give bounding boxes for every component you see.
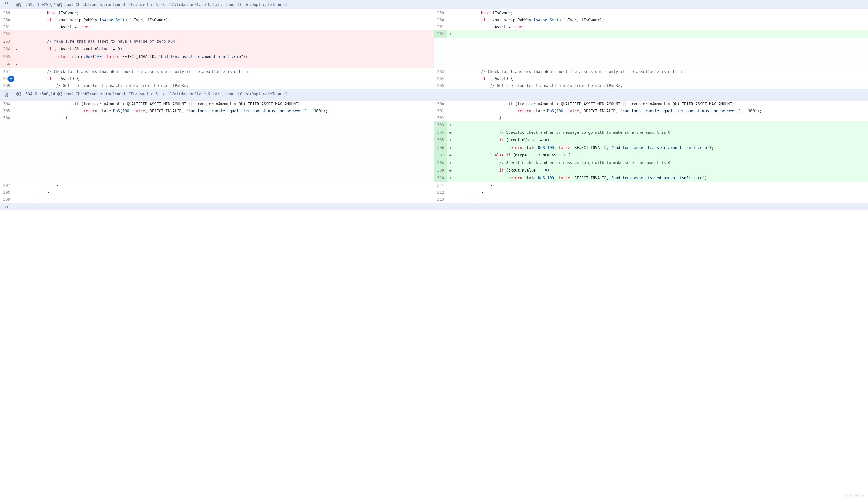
line-number-right[interactable]: 313	[434, 196, 447, 203]
line-number-right[interactable]: 263	[434, 68, 447, 75]
code-line[interactable]: }	[20, 189, 434, 196]
code-line[interactable]: if (isAsset && txout.nValue != 0)	[20, 46, 434, 53]
diff-marker	[447, 68, 454, 75]
line-number-right[interactable]: 259	[434, 10, 447, 17]
hunk-header: @@ -304,6 +300,14 @@ bool CheckTransacti…	[13, 89, 868, 101]
diff-marker: +	[447, 129, 454, 137]
code-line[interactable]: return state.DoS(100, false, REJECT_INVA…	[454, 144, 868, 152]
line-number-left[interactable]: 262	[0, 30, 13, 38]
code-line[interactable]: }	[454, 182, 868, 189]
diff-marker	[447, 114, 454, 121]
code-line[interactable]: isAsset = true;	[454, 23, 868, 30]
line-number-right[interactable]: 300	[434, 101, 447, 108]
code-line[interactable]: }	[454, 196, 868, 203]
diff-marker: -	[13, 46, 20, 53]
line-number-right[interactable]: 311	[434, 182, 447, 189]
diff-marker	[447, 82, 454, 89]
code-line[interactable]: if (txout.nValue != 0)	[454, 137, 868, 144]
diff-marker	[447, 23, 454, 30]
line-number-right[interactable]: 306	[434, 144, 447, 152]
code-line[interactable]: }	[20, 196, 434, 203]
line-number-right[interactable]: 307	[434, 152, 447, 159]
expand-hunk-icon[interactable]	[0, 89, 13, 101]
code-line[interactable]: if (txout.scriptPubKey.IsAssetScript(nTy…	[454, 17, 868, 23]
code-line[interactable]: if (transfer.nAmount < QUALIFIER_ASSET_M…	[20, 101, 434, 108]
diff-marker	[13, 23, 20, 30]
code-line[interactable]	[20, 61, 434, 68]
line-number-left[interactable]: 305	[0, 108, 13, 114]
diff-marker	[13, 101, 20, 108]
line-number-right[interactable]: 308	[434, 159, 447, 167]
line-number-right[interactable]: 301	[434, 108, 447, 114]
line-number-empty	[434, 46, 447, 53]
code-line[interactable]: isAsset = true;	[20, 23, 434, 30]
diff-marker: -	[13, 30, 20, 38]
line-number-right[interactable]: 302	[434, 114, 447, 121]
code-line[interactable]: bool fIsOwner;	[454, 10, 868, 17]
code-line[interactable]: return state.DoS(100, false, REJECT_INVA…	[454, 108, 868, 114]
diff-marker: +	[447, 174, 454, 182]
line-number-left[interactable]: 260	[0, 17, 13, 23]
code-line[interactable]: if (txout.scriptPubKey.IsAssetScript(nTy…	[20, 17, 434, 23]
line-number-left[interactable]: 263	[0, 38, 13, 46]
line-number-right[interactable]: 303	[434, 121, 447, 129]
line-number-left[interactable]: 264	[0, 46, 13, 53]
diff-marker	[447, 101, 454, 108]
code-line[interactable]: if (transfer.nAmount < QUALIFIER_ASSET_M…	[454, 101, 868, 108]
line-number-left[interactable]: 304	[0, 101, 13, 108]
code-line[interactable]: } else if (nType == TX_NEW_ASSET) {	[454, 152, 868, 159]
line-number-right[interactable]: 309	[434, 167, 447, 174]
line-number-left[interactable]: 308	[0, 189, 13, 196]
line-number-left[interactable]: 265	[0, 53, 13, 61]
expand-hunk-icon[interactable]	[0, 0, 13, 10]
code-line[interactable]: // Specific check and error message to g…	[454, 129, 868, 137]
code-line[interactable]: if (isAsset) {	[20, 75, 434, 82]
line-number-right[interactable]: 260	[434, 17, 447, 23]
line-number-right[interactable]: 304	[434, 129, 447, 137]
code-line[interactable]: bool fIsOwner;	[20, 10, 434, 17]
line-number-right[interactable]: 262	[434, 30, 447, 38]
code-line[interactable]: return state.DoS(100, false, REJECT_INVA…	[20, 53, 434, 61]
add-comment-button[interactable]	[8, 76, 14, 82]
diff-marker	[447, 17, 454, 23]
code-line[interactable]	[454, 30, 868, 38]
code-line[interactable]: }	[454, 189, 868, 196]
code-line[interactable]: if (isAsset) {	[454, 75, 868, 82]
line-number-left[interactable]: 269	[0, 82, 13, 89]
line-number-right[interactable]: 261	[434, 23, 447, 30]
diff-marker: +	[447, 159, 454, 167]
code-line[interactable]: // Specific check and error message to g…	[454, 159, 868, 167]
diff-marker: +	[447, 152, 454, 159]
code-line[interactable]: return state.DoS(100, false, REJECT_INVA…	[454, 174, 868, 182]
line-number-right[interactable]: 305	[434, 137, 447, 144]
diff-marker	[447, 108, 454, 114]
code-line[interactable]: // Make sure that all asset tx have a nV…	[20, 38, 434, 46]
line-number-left[interactable]: 266	[0, 61, 13, 68]
line-number-right[interactable]: 312	[434, 189, 447, 196]
code-line[interactable]: }	[20, 182, 434, 189]
diff-marker	[447, 10, 454, 17]
code-line[interactable]: }	[454, 114, 868, 121]
line-number-empty	[0, 129, 13, 137]
line-number-left[interactable]: 268	[0, 75, 13, 82]
line-number-right[interactable]: 310	[434, 174, 447, 182]
diff-marker	[13, 196, 20, 203]
code-line[interactable]: // Check for transfers that don't meet t…	[454, 68, 868, 75]
line-number-right[interactable]: 264	[434, 75, 447, 82]
line-number-left[interactable]: 306	[0, 114, 13, 121]
line-number-left[interactable]: 307	[0, 182, 13, 189]
code-line[interactable]: }	[20, 114, 434, 121]
code-line[interactable]: // Get the transfer transaction data fro…	[20, 82, 434, 89]
code-line[interactable]: if (txout.nValue != 0)	[454, 167, 868, 174]
line-number-left[interactable]: 259	[0, 10, 13, 17]
line-number-left[interactable]: 267	[0, 68, 13, 75]
expand-down-icon[interactable]	[0, 203, 13, 210]
code-line[interactable]: return state.DoS(100, false, REJECT_INVA…	[20, 108, 434, 114]
line-number-left[interactable]: 261	[0, 23, 13, 30]
code-line[interactable]	[20, 30, 434, 38]
line-number-left[interactable]: 309	[0, 196, 13, 203]
code-line[interactable]	[454, 121, 868, 129]
code-line[interactable]: // Check for transfers that don't meet t…	[20, 68, 434, 75]
code-line[interactable]: // Get the transfer transaction data fro…	[454, 82, 868, 89]
line-number-right[interactable]: 265	[434, 82, 447, 89]
